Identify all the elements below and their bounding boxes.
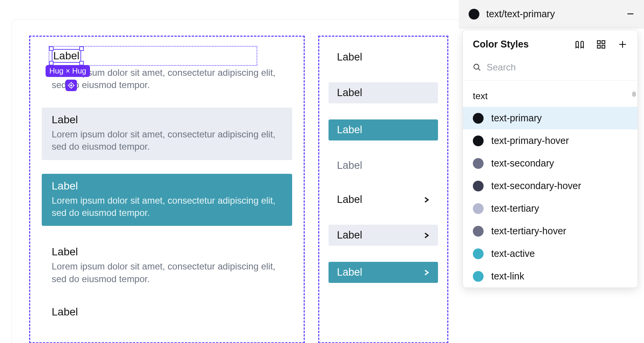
- selected-label-text[interactable]: Label: [52, 49, 81, 63]
- style-item-text-primary[interactable]: text-primary: [463, 107, 637, 129]
- style-swatch: [473, 136, 484, 146]
- chevron-right-icon: [423, 231, 430, 240]
- style-name: text-link: [491, 271, 524, 282]
- fill-style-row[interactable]: text/text-primary −: [459, 0, 644, 28]
- current-swatch[interactable]: [469, 9, 479, 20]
- svg-rect-7: [602, 41, 605, 44]
- styles-list: text-primarytext-primary-hovertext-secon…: [463, 107, 637, 287]
- properties-panel: text/text-primary − Color Styles: [459, 0, 644, 343]
- target-icon[interactable]: [65, 80, 77, 91]
- svg-rect-9: [602, 45, 605, 48]
- svg-line-13: [478, 69, 481, 71]
- style-item-text-secondary-hover[interactable]: text-secondary-hover: [463, 175, 637, 197]
- popover-title: Color Styles: [473, 39, 529, 50]
- search-input[interactable]: [487, 62, 628, 73]
- scrollbar-thumb[interactable]: [632, 91, 636, 97]
- style-item-text-active[interactable]: text-active: [463, 242, 637, 265]
- nav-item-muted[interactable]: Label: [329, 157, 438, 175]
- style-name: text-active: [491, 248, 535, 259]
- design-canvas[interactable]: Label Hug × Hug Lorem ipsum dolor sit am…: [11, 19, 459, 343]
- style-name: text-primary-hover: [491, 135, 569, 146]
- style-item-text-link[interactable]: text-link: [463, 265, 637, 287]
- nav-label: Label: [337, 229, 362, 241]
- search-icon: [473, 63, 481, 72]
- style-name: text-secondary-hover: [491, 180, 581, 191]
- card-selected[interactable]: Label Hug × Hug Lorem ipsum dolor sit am…: [42, 49, 292, 91]
- nav-item-plain[interactable]: Label: [329, 48, 438, 66]
- style-item-text-primary-hover[interactable]: text-primary-hover: [463, 129, 637, 152]
- resize-handle-tl[interactable]: [49, 46, 54, 51]
- card-body: Lorem ipsum dolor sit amet, consectetur …: [52, 194, 282, 219]
- autolayout-size-badge: Hug × Hug: [46, 65, 90, 77]
- style-name: text-tertiary-hover: [491, 225, 566, 237]
- card-partial-label: Label: [42, 306, 292, 318]
- frame-components-right[interactable]: Label Label Label Label Label Label Labe…: [318, 36, 448, 343]
- remove-style-button[interactable]: −: [627, 7, 634, 21]
- style-item-text-tertiary[interactable]: text-tertiary: [463, 197, 637, 220]
- frame-components-left[interactable]: Label Hug × Hug Lorem ipsum dolor sit am…: [29, 36, 305, 343]
- search-row[interactable]: [463, 57, 637, 81]
- resize-handle-tr[interactable]: [79, 46, 84, 51]
- card-label: Label: [52, 180, 282, 192]
- style-item-text-secondary[interactable]: text-secondary: [463, 152, 637, 175]
- style-swatch: [473, 248, 484, 259]
- card-body: Lorem ipsum dolor sit amet, consectetur …: [52, 260, 282, 285]
- current-style-name: text/text-primary: [486, 8, 555, 20]
- color-styles-popover: Color Styles: [463, 30, 638, 288]
- nav-label: Label: [337, 194, 362, 206]
- card-plain[interactable]: Label Lorem ipsum dolor sit amet, consec…: [42, 240, 292, 292]
- card-grey[interactable]: Label Lorem ipsum dolor sit amet, consec…: [42, 108, 292, 160]
- library-icon[interactable]: [575, 39, 585, 49]
- style-name: text-tertiary: [491, 203, 539, 214]
- chevron-right-icon: [423, 195, 430, 204]
- style-group-label: text: [463, 81, 637, 107]
- nav-item-teal-chevron[interactable]: Label: [329, 262, 438, 283]
- nav-label: Label: [337, 51, 362, 63]
- nav-label: Label: [337, 87, 362, 99]
- nav-item-grey[interactable]: Label: [329, 82, 438, 103]
- nav-item-grey-chevron[interactable]: Label: [329, 225, 438, 246]
- style-swatch: [473, 181, 484, 191]
- card-teal[interactable]: Label Lorem ipsum dolor sit amet, consec…: [42, 174, 292, 226]
- style-swatch: [473, 271, 484, 282]
- nav-item-teal[interactable]: Label: [329, 119, 438, 140]
- svg-point-1: [70, 85, 72, 86]
- nav-label: Label: [337, 266, 362, 278]
- style-swatch: [473, 203, 484, 214]
- svg-rect-6: [597, 41, 600, 44]
- nav-label: Label: [337, 160, 362, 172]
- add-style-button[interactable]: [618, 39, 628, 49]
- card-label: Label: [52, 114, 282, 126]
- selected-label-box[interactable]: Label Hug × Hug: [52, 49, 81, 63]
- card-label: Label: [52, 246, 282, 258]
- grid-view-icon[interactable]: [596, 39, 606, 49]
- chevron-right-icon: [423, 268, 430, 277]
- svg-point-12: [474, 64, 479, 69]
- svg-rect-8: [597, 45, 600, 48]
- style-swatch: [473, 158, 484, 169]
- style-name: text-secondary: [491, 158, 554, 169]
- style-item-text-tertiary-hover[interactable]: text-tertiary-hover: [463, 220, 637, 242]
- nav-label: Label: [337, 124, 362, 136]
- nav-item-plain-chevron[interactable]: Label: [329, 191, 438, 209]
- style-name: text-primary: [491, 113, 542, 124]
- style-swatch: [473, 226, 484, 237]
- card-body: Lorem ipsum dolor sit amet, consectetur …: [52, 128, 282, 153]
- style-swatch: [473, 113, 484, 124]
